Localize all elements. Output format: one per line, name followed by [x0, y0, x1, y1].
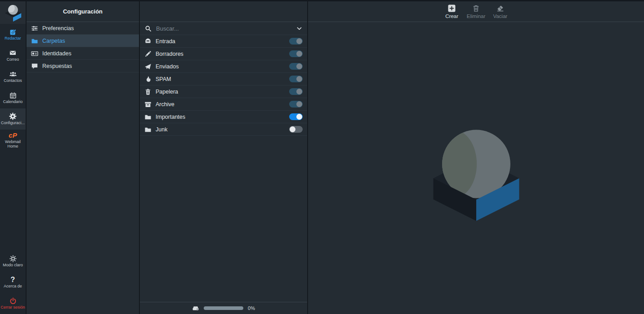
search-icon	[144, 25, 152, 32]
folder-icon	[144, 113, 152, 121]
settings-nav-label: Respuestas	[42, 63, 72, 69]
roundcube-watermark	[425, 117, 528, 223]
folder-subscribe-toggle[interactable]	[289, 113, 303, 120]
folder-name: Papelera	[156, 89, 285, 95]
roundcube-watermark-icon	[425, 117, 528, 221]
page-title: Configuración	[63, 8, 103, 15]
gear-icon	[9, 112, 17, 120]
settings-list: PreferenciasCarpetasIdentidadesRespuesta…	[27, 22, 139, 72]
id-card-icon	[31, 50, 38, 57]
folder-name: Borradores	[156, 51, 285, 57]
toggle-knob	[296, 101, 302, 107]
sidebar-item-label: Contactos	[4, 79, 22, 83]
crear-button[interactable]: Crear	[443, 4, 461, 19]
folder-name: Importantes	[156, 114, 285, 120]
chevron-down-icon[interactable]	[295, 25, 303, 32]
calendar-icon	[9, 91, 17, 99]
task-menu: RedactarCorreoContactosCalendarioConfigu…	[0, 24, 26, 151]
webmail-settings-window: RedactarCorreoContactosCalendarioConfigu…	[0, 0, 644, 314]
sidebar-item-modo-claro[interactable]: Modo claro	[0, 251, 26, 272]
folder-row-spam[interactable]: SPAM	[140, 73, 307, 85]
folder-row-archive[interactable]: Archive	[140, 98, 307, 111]
main-content: CrearEliminarVaciar	[307, 1, 644, 314]
settings-nav-label: Identidades	[42, 50, 72, 57]
sidebar-item-correo[interactable]: Correo	[0, 45, 26, 66]
sidebar-item-label: Cerrar sesión	[0, 305, 25, 310]
toggle-knob	[296, 38, 302, 44]
sidebar-item-label: Correo	[7, 58, 19, 62]
task-menu-footer: Modo claro?Acerca deCerrar sesión	[0, 251, 26, 314]
toolbar-button-label: Crear	[445, 13, 458, 19]
folder-name: Enviados	[156, 63, 285, 70]
roundcube-logo[interactable]	[0, 1, 26, 24]
settings-nav-item-preferencias[interactable]: Preferencias	[27, 22, 139, 35]
folder-subscribe-toggle[interactable]	[289, 101, 303, 108]
power-icon	[9, 297, 17, 305]
sidebar-item-webmail-home[interactable]: cPWebmail Home	[0, 130, 26, 151]
settings-nav-label: Carpetas	[42, 38, 65, 44]
folder-name: SPAM	[156, 76, 285, 82]
folder-row-papelera[interactable]: Papelera	[140, 85, 307, 98]
quota-footer: 0%	[140, 302, 307, 314]
sliders-icon	[31, 25, 38, 32]
sidebar-item-label: Redactar	[4, 36, 21, 41]
folder-icon-blue	[31, 37, 38, 45]
sidebar-item-configuraci[interactable]: Configuraci...	[0, 108, 26, 130]
sidebar-item-acerca-de[interactable]: ?Acerca de	[0, 272, 26, 293]
pencil-icon	[144, 50, 152, 58]
inbox-icon	[144, 38, 152, 45]
folder-row-borradores[interactable]: Borradores	[140, 48, 307, 60]
sidebar-item-label: Acerca de	[4, 284, 22, 289]
eliminar-button: Eliminar	[467, 4, 486, 19]
roundcube-cube-icon	[4, 4, 22, 22]
mail-icon	[9, 49, 17, 57]
folder-list: EntradaBorradoresEnviadosSPAMPapeleraArc…	[140, 35, 307, 136]
sidebar-item-calendario[interactable]: Calendario	[0, 87, 26, 108]
sidebar-item-label: Webmail Home	[0, 140, 26, 149]
folder-row-importantes[interactable]: Importantes	[140, 111, 307, 123]
folder-subscribe-toggle[interactable]	[289, 63, 303, 70]
folder-toolbar: CrearEliminarVaciar	[308, 1, 644, 22]
quota-percent: 0%	[248, 305, 255, 311]
settings-nav-item-carpetas[interactable]: Carpetas	[27, 35, 139, 47]
sidebar-item-label: Calendario	[3, 100, 23, 104]
settings-nav-item-respuestas[interactable]: Respuestas	[27, 60, 139, 72]
toggle-knob	[296, 51, 302, 57]
toggle-knob	[296, 63, 302, 69]
folder-subscribe-toggle[interactable]	[289, 76, 303, 82]
folder-row-junk[interactable]: Junk	[140, 123, 307, 136]
folder-subscribe-toggle[interactable]	[289, 88, 303, 95]
sidebar-item-contactos[interactable]: Contactos	[0, 66, 26, 87]
eraser-icon	[496, 4, 504, 12]
folder-icon	[144, 126, 152, 133]
folder-row-entrada[interactable]: Entrada	[140, 35, 307, 48]
folder-name: Entrada	[156, 38, 285, 45]
question-icon: ?	[11, 276, 15, 283]
trash-outline-icon	[472, 4, 480, 12]
settings-nav-column: Configuración PreferenciasCarpetasIdenti…	[26, 1, 139, 314]
folder-subscribe-toggle[interactable]	[289, 126, 303, 133]
folder-subscribe-toggle[interactable]	[289, 38, 303, 45]
folder-row-enviados[interactable]: Enviados	[140, 60, 307, 73]
sidebar-item-cerrar-sesion[interactable]: Cerrar sesión	[0, 293, 26, 314]
folder-search-bar	[140, 22, 307, 35]
settings-title: Configuración	[27, 1, 139, 22]
folder-name: Junk	[156, 126, 285, 133]
search-input[interactable]	[155, 25, 292, 32]
sidebar-item-redactar[interactable]: Redactar	[0, 24, 26, 45]
toolbar-button-label: Vaciar	[493, 13, 507, 19]
settings-nav-item-identidades[interactable]: Identidades	[27, 47, 139, 60]
toggle-knob	[296, 114, 302, 120]
sidebar-spacer	[0, 151, 26, 251]
flame-icon	[144, 76, 152, 83]
toggle-knob	[296, 76, 302, 82]
plus-box-icon	[448, 4, 456, 12]
compose-icon	[9, 28, 17, 36]
settings-nav-label: Preferencias	[42, 25, 74, 31]
toolbar-button-label: Eliminar	[467, 13, 486, 19]
archive-icon	[144, 101, 152, 108]
folder-subscribe-toggle[interactable]	[289, 50, 303, 57]
trash-icon	[144, 88, 152, 95]
sun-icon	[9, 255, 17, 262]
quota-bar	[204, 306, 243, 310]
